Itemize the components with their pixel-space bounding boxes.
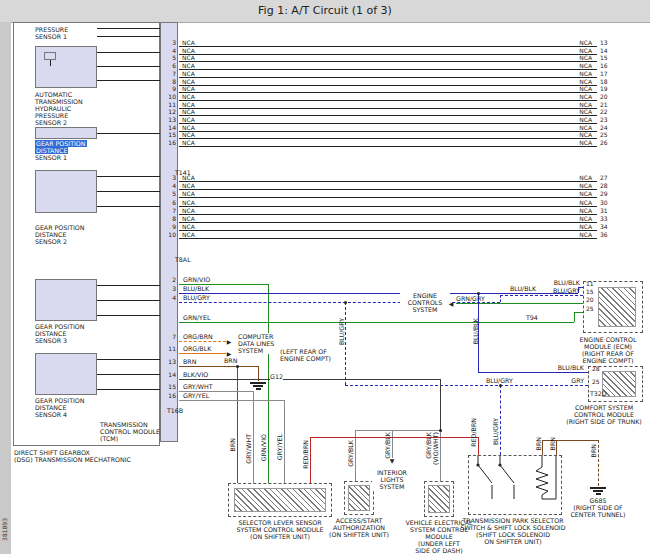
gear-sensor-4-label: GEAR POSITIONDISTANCESENSOR 4 [35, 397, 97, 418]
wire-segment [345, 302, 346, 385]
wire-segment [456, 303, 583, 304]
nca-right-pin: 19 [600, 85, 608, 92]
nca-left-pin: 7 [160, 207, 176, 214]
nca-left-pin: 13 [160, 116, 176, 123]
nca-right-pin: 36 [600, 231, 608, 238]
figure-title-bar: Fig 1: A/T Circuit (1 of 3) [0, 0, 650, 23]
wire-label: GRY/BLK [425, 432, 432, 459]
ecm-label: ENGINE CONTROLMODULE (ECM)(RIGHT REAR OF… [568, 336, 648, 364]
nca-left-tag: NCA [182, 223, 195, 230]
gear-sensor-2-label: GEAR POSITIONDISTANCESENSOR 2 [35, 224, 97, 245]
nca-row [179, 214, 597, 215]
nca-left-tag: NCA [182, 54, 195, 61]
nca-row [179, 85, 597, 86]
access-module [348, 485, 370, 511]
tcm-pin: 16 [160, 392, 176, 399]
tcm-label-line: (TCM) [100, 435, 176, 442]
nca-left-tag: NCA [182, 101, 195, 108]
interior-lights-ref-line: LIGHTS [372, 476, 412, 483]
gear-sensor-1-label: GEAR POSITIONDISTANCESENSOR 1 [35, 140, 97, 161]
nca-right-tag: NCA [566, 47, 592, 54]
wire-label: BRN [535, 437, 542, 450]
tcm-wire-name: BLU/GRY [183, 294, 210, 301]
tcm-wire-name: BLK/VIO [183, 371, 208, 378]
nca-right-tag: NCA [566, 139, 592, 146]
ground-bar [590, 487, 606, 489]
wire-segment [253, 391, 254, 483]
wire-segment [97, 300, 160, 301]
wire-label: BLU/GRY [338, 318, 345, 345]
gear-sensor-3-label-line: GEAR POSITION [35, 323, 97, 330]
wire-segment [574, 312, 583, 313]
pressure-sensor-1-label: PRESSURESENSOR 1 [35, 26, 97, 40]
wire-label: BLU/BLK [510, 285, 536, 292]
nca-row [179, 222, 597, 223]
wire-segment [574, 312, 575, 322]
wire-segment [179, 341, 226, 342]
tcm-wire-name: GRY/YEL [183, 392, 209, 399]
nca-left-tag: NCA [182, 47, 195, 54]
nca-right-tag: NCA [566, 54, 592, 61]
comfort-pin-row-pin: 25 [592, 378, 600, 385]
park-label-line: ON SHIFTER UNIT) [450, 538, 576, 545]
selector-label-line: (ON SHIFTER UNIT) [222, 533, 338, 540]
ecm-pin-row-pin: 11 [586, 280, 594, 287]
ecm-label-line: MODULE (ECM) [568, 343, 648, 350]
wire-label: BLU/GRY [492, 418, 499, 445]
wire-segment [179, 366, 258, 367]
nca-left-pin: 15 [160, 131, 176, 138]
nca-right-pin: 33 [600, 215, 608, 222]
nca-right-pin: 23 [600, 116, 608, 123]
pressure-sensor-2-label-line: PRESSURE [35, 112, 97, 119]
wiring-diagram-canvas: Fig 1: A/T Circuit (1 of 3) 381893 BLU/B… [0, 0, 650, 554]
pressure-sensor-2-label-line: AUTOMATIC [35, 91, 97, 98]
wire-segment [50, 60, 51, 66]
wire-segment [97, 80, 160, 81]
wire-segment [97, 28, 160, 29]
nca-left-tag: NCA [182, 139, 195, 146]
nca-left-pin: 5 [160, 54, 176, 61]
wire-label: BRN [229, 438, 236, 451]
wire-segment [478, 437, 479, 455]
nca-left-tag: NCA [182, 182, 195, 189]
wire-segment [268, 284, 269, 483]
nca-row [179, 69, 597, 70]
wire-label: BRN [549, 437, 556, 450]
wire-segment [97, 52, 160, 53]
wire-label: T8AL [175, 256, 191, 263]
tcm-label-line: CONTROL MODULE [100, 428, 176, 435]
access-label-line: (ON SHIFTER UNIT) [324, 531, 394, 538]
nca-right-pin: 17 [600, 70, 608, 77]
wire-label: (VIO/WHT) [432, 432, 439, 465]
engine-controls-arrow: ◀ [449, 300, 454, 307]
nca-right-tag: NCA [566, 174, 592, 181]
pressure-sensor-1-label-line: SENSOR 1 [35, 33, 97, 40]
nca-left-tag: NCA [182, 93, 195, 100]
nca-left-pin: 3 [160, 174, 176, 181]
nca-row [179, 131, 597, 132]
nca-left-tag: NCA [182, 190, 195, 197]
selector-label-line: SELECTOR LEVER SENSOR [222, 519, 338, 526]
tcm-pin: 3 [160, 285, 176, 292]
nca-left-pin: 16 [160, 139, 176, 146]
wire-segment [237, 366, 238, 483]
nca-left-pin: 8 [160, 78, 176, 85]
nca-left-tag: NCA [182, 108, 195, 115]
wire-segment [542, 440, 543, 455]
ground-icon [250, 382, 266, 392]
nca-left-tag: NCA [182, 215, 195, 222]
ecm-pin-row-pin: 15 [586, 288, 594, 295]
comfort-label: COMFORT SYSTEMCONTROL MODULE(RIGHT SIDE … [560, 404, 648, 425]
nca-row [179, 77, 597, 78]
ecm-label-line: (RIGHT REAR OF [568, 350, 648, 357]
computer-data-arrow-2: ▶ [227, 350, 232, 357]
comfort-pin-row-label: BLU/BLK [540, 364, 584, 371]
nca-right-pin: 34 [600, 223, 608, 230]
nca-right-tag: NCA [566, 93, 592, 100]
gear-sensor-2-box [35, 170, 97, 213]
nca-left-tag: NCA [182, 124, 195, 131]
nca-right-pin: 14 [600, 47, 608, 54]
nca-left-pin: 9 [160, 223, 176, 230]
computer-data-ref-line: COMPUTER [238, 333, 290, 340]
gear-sensor-1-label-line: DISTANCE [35, 147, 97, 154]
